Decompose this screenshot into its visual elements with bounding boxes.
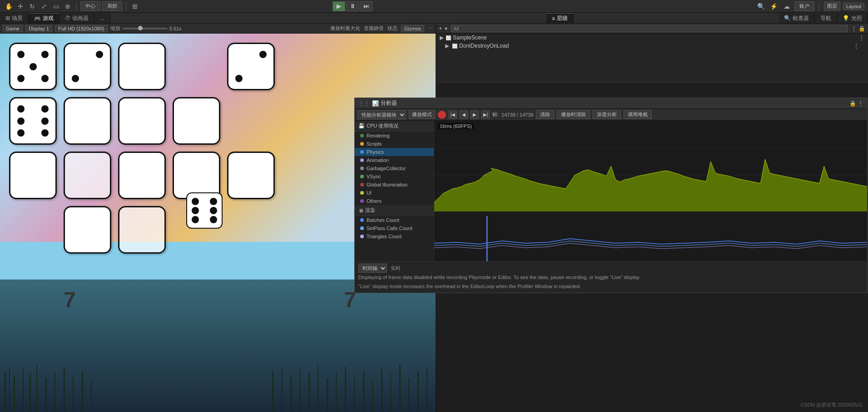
pause-button[interactable]: ⏸ [346,1,359,11]
profiler-gi[interactable]: Global Illumination [355,181,434,189]
dot [235,75,243,82]
dot [210,207,217,214]
tab-lighting[interactable]: 💡 光照 [837,13,868,23]
profiler-icon: 📊 [372,100,379,107]
rect-tool[interactable]: ▭ [51,1,61,11]
game-dropdown[interactable]: Game [3,25,23,32]
tab-animation[interactable]: ⏱ 动画器 [60,13,94,23]
cpu-section-header[interactable]: 💾 CPU 使用情况 [355,121,434,132]
local-button[interactable]: 局部 [102,1,122,11]
profiler-animation[interactable]: Animation [355,156,434,164]
dot [17,129,25,137]
profiler-ui[interactable]: UI [355,189,434,197]
dot [259,51,267,58]
timeline-select[interactable]: 时间轴 [358,264,387,273]
profiler-scripts[interactable]: Scripts [355,140,434,148]
playmode-btn[interactable]: 播放模式 [409,110,435,119]
info-text-2: "Live" display mode increases the overhe… [358,282,863,291]
add-btn[interactable]: + [439,25,442,32]
profiler-lock-icon[interactable]: 🔒 [849,100,856,107]
profiler-triangles[interactable]: Triangles Count [355,232,434,240]
deep-profile-btn[interactable]: 深度分析 [593,110,621,119]
hierarchy-dont-destroy[interactable]: ▶ ⬜ DontDestroyOnLoad ⋮ [436,42,868,50]
hierarchy-search[interactable]: All [451,25,848,32]
dot [192,216,199,223]
render-chart-area [434,216,867,261]
tab-navigation[interactable]: 导航 [815,13,837,23]
profiler-drag-handle: ⋮⋮ [358,100,369,107]
render-section-header[interactable]: 🖥 渲染 [355,205,434,216]
hierarchy-item-options[interactable]: ⋮ [859,34,864,41]
cpu-label: CPU 使用情况 [367,123,398,129]
prev-frame-btn2[interactable]: ◀ [460,111,468,119]
transform-tool[interactable]: ⊕ [63,1,73,11]
profiler-bottom: 时间轴 实时 Displaying of frame data disabled… [355,261,867,293]
scripts-label: Scripts [367,141,382,147]
dice-10 [64,152,111,199]
call-stacks-btn[interactable]: 调用堆栈 [624,110,652,119]
vsync-label: VSync [367,174,381,179]
move-tool[interactable]: ✛ [15,1,25,11]
others-dot [360,199,364,203]
batches-dot [360,218,364,222]
hierarchy-options[interactable]: ⋮ [851,25,857,32]
svg-rect-10 [82,371,83,412]
hand-tool[interactable]: ✋ [4,1,14,11]
module-select[interactable]: 性能分析器模块 [357,110,406,119]
collab-icon[interactable]: ⚡ [769,1,779,11]
dot [210,216,217,223]
tab-inspector[interactable]: 🔍 检查器 [779,13,815,23]
svg-rect-17 [317,364,318,412]
pivot-icon[interactable]: ⊞ [130,1,140,11]
profiler-physics[interactable]: Physics [355,148,434,156]
animation-dot [360,158,364,162]
mute-btn[interactable]: 音频静音 [364,25,384,32]
next-frame-btn2[interactable]: ▶| [481,111,490,119]
layout-dropdown[interactable]: Layout [843,3,864,10]
profiler-options-icon[interactable]: ⋮ [858,100,863,107]
resolution-dropdown[interactable]: Full HD (1920x1080) [55,25,108,32]
profiler-setpass[interactable]: SetPass Calls Count [355,224,434,232]
tab-hierarchy[interactable]: ≡ 层级 [546,13,574,23]
prev-frame-btn[interactable]: |◀ [449,111,457,119]
layers-dropdown[interactable]: 图层 [824,2,840,10]
anim-icon: ⏱ [65,15,70,21]
add-dropdown[interactable]: ▾ [445,25,447,32]
gizmos-btn[interactable]: Gizmos [401,25,424,32]
clear-btn[interactable]: 清除 [536,110,554,119]
profiler-gc[interactable]: GarbageCollector [355,164,434,172]
state-btn[interactable]: 状态 [387,25,397,32]
rotate-tool[interactable]: ↻ [27,1,37,11]
profiler-title-actions: 🔒 ⋮ [849,100,863,107]
cloud-icon[interactable]: ☁ [782,1,792,11]
zoom-slider[interactable] [122,28,168,29]
profiler-batches[interactable]: Batches Count [355,216,434,224]
scale-tool[interactable]: ⤢ [39,1,49,11]
record-button[interactable] [438,111,446,119]
tab-more[interactable]: ... [94,13,110,23]
profiler-others[interactable]: Others [355,197,434,205]
svg-rect-3 [23,369,24,412]
profiler-rendering[interactable]: Rendering [355,132,434,140]
hierarchy-child-options[interactable]: ⋮ [853,43,859,49]
more-options[interactable]: ⋯ [428,25,433,31]
account-button[interactable]: 账户 [794,1,814,11]
next-frame-btn[interactable]: ▶ [471,111,479,119]
step-button[interactable]: ⏭ [360,1,372,11]
dot [17,118,25,125]
maximize-btn[interactable]: 播放时最大化 [330,25,360,32]
lock-icon[interactable]: 🔒 [858,25,865,32]
clear-on-play-btn[interactable]: 播放时清除 [557,110,590,119]
tab-scene-label: 场景 [12,15,23,22]
svg-rect-14 [290,376,292,412]
tab-scene[interactable]: ⊞ 场景 [0,13,29,23]
tab-game[interactable]: 🎮 游戏 [29,13,60,23]
play-button[interactable]: ▶ [332,1,345,11]
search-icon[interactable]: 🔍 [756,1,766,11]
display-dropdown[interactable]: Display 1 [25,25,52,32]
reeds-decoration [0,358,436,412]
center-button[interactable]: 中心 [80,1,100,11]
hierarchy-sample-scene[interactable]: ▶ ⬜ SampleScene ⋮ [436,34,868,42]
profiler-vsync[interactable]: VSync [355,172,434,181]
profiler-chart[interactable]: 16ms (60FPS) [434,121,867,261]
